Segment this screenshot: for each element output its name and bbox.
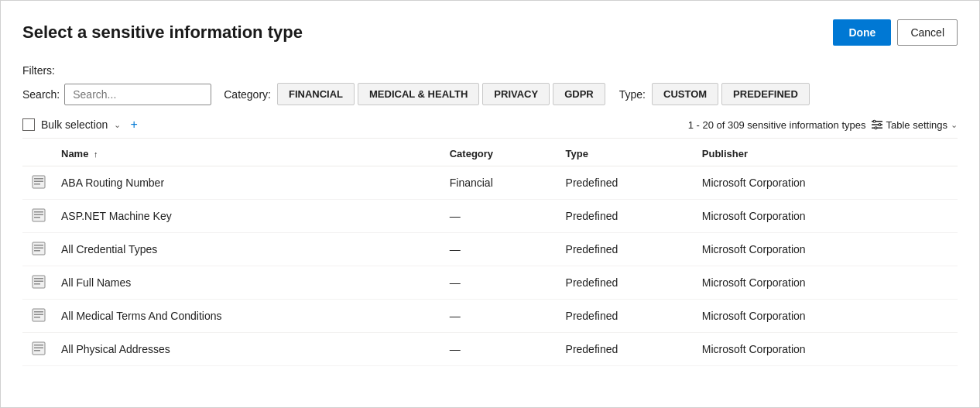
table-settings-button[interactable]: Table settings ⌄ <box>871 118 958 131</box>
type-label: Type: <box>619 88 646 101</box>
row-name: ASP.NET Machine Key <box>61 200 450 233</box>
svg-rect-27 <box>34 345 43 346</box>
table-row[interactable]: All Physical Addresses—PredefinedMicroso… <box>22 333 958 366</box>
svg-rect-17 <box>34 250 40 252</box>
svg-rect-20 <box>34 281 43 283</box>
col-publisher: Publisher <box>702 142 958 166</box>
data-table: Name ↑ Category Type Publisher ABA Routi… <box>22 142 958 366</box>
filter-privacy[interactable]: PRIVACY <box>482 83 550 105</box>
filter-gdpr[interactable]: GDPR <box>553 83 605 105</box>
toolbar-left: Bulk selection ⌄ + <box>22 118 138 132</box>
row-category: Financial <box>450 166 566 200</box>
row-publisher: Microsoft Corporation <box>702 200 958 233</box>
type-group: Type: CUSTOM PREDEFINED <box>619 83 811 105</box>
chevron-down-icon[interactable]: ⌄ <box>114 120 121 130</box>
row-icon <box>31 307 46 323</box>
row-category: — <box>450 300 566 333</box>
done-button[interactable]: Done <box>833 19 891 46</box>
table-row[interactable]: ABA Routing NumberFinancialPredefinedMic… <box>22 166 958 200</box>
svg-point-3 <box>873 120 875 122</box>
svg-rect-9 <box>34 183 40 185</box>
count-label: 1 - 20 of 309 sensitive information type… <box>688 119 866 131</box>
row-publisher: Microsoft Corporation <box>702 233 958 266</box>
filter-medical-health[interactable]: MEDICAL & HEALTH <box>358 83 479 105</box>
row-name: All Medical Terms And Conditions <box>61 300 450 333</box>
row-icon <box>31 207 46 223</box>
filter-custom[interactable]: CUSTOM <box>652 83 718 105</box>
svg-rect-7 <box>34 178 43 180</box>
svg-rect-12 <box>34 214 43 216</box>
table-header-row: Name ↑ Category Type Publisher <box>22 142 958 166</box>
search-group: Search: <box>22 84 211 105</box>
table-row[interactable]: All Full Names—PredefinedMicrosoft Corpo… <box>22 266 958 300</box>
row-checkbox-cell <box>22 300 61 333</box>
row-type: Predefined <box>566 166 702 200</box>
row-checkbox-cell <box>22 233 61 266</box>
row-name: All Physical Addresses <box>61 333 450 366</box>
add-icon[interactable]: + <box>130 118 137 132</box>
header-row: Select a sensitive information type Done… <box>22 19 958 46</box>
svg-rect-21 <box>34 283 40 285</box>
row-type: Predefined <box>566 300 702 333</box>
table-settings-icon <box>871 118 883 131</box>
svg-rect-13 <box>34 217 40 218</box>
svg-rect-25 <box>34 317 40 318</box>
row-name: All Full Names <box>61 266 450 300</box>
svg-rect-15 <box>34 245 43 246</box>
col-name[interactable]: Name ↑ <box>61 142 450 166</box>
row-checkbox-cell <box>22 266 61 300</box>
svg-rect-29 <box>34 350 40 351</box>
row-icon <box>31 341 46 356</box>
sort-asc-icon: ↑ <box>94 149 98 159</box>
row-category: — <box>450 333 566 366</box>
table-settings-chevron-icon: ⌄ <box>951 120 958 130</box>
filter-predefined[interactable]: PREDEFINED <box>721 83 810 105</box>
table-settings-label: Table settings <box>886 119 948 131</box>
filter-financial[interactable]: FINANCIAL <box>277 83 355 105</box>
row-checkbox-cell <box>22 333 61 366</box>
toolbar-row: Bulk selection ⌄ + 1 - 20 of 309 sensiti… <box>22 118 958 139</box>
page-title: Select a sensitive information type <box>22 22 303 43</box>
col-type: Type <box>566 142 702 166</box>
row-type: Predefined <box>566 233 702 266</box>
row-type: Predefined <box>566 333 702 366</box>
svg-rect-19 <box>34 278 43 279</box>
toolbar-right: 1 - 20 of 309 sensitive information type… <box>688 118 958 131</box>
filters-row: Search: Category: FINANCIAL MEDICAL & HE… <box>22 83 958 105</box>
dialog: Select a sensitive information type Done… <box>0 0 980 408</box>
row-icon <box>31 241 46 256</box>
svg-rect-16 <box>34 248 43 249</box>
table-row[interactable]: ASP.NET Machine Key—PredefinedMicrosoft … <box>22 200 958 233</box>
cancel-button[interactable]: Cancel <box>897 19 958 46</box>
row-type: Predefined <box>566 200 702 233</box>
row-publisher: Microsoft Corporation <box>702 166 958 200</box>
row-type: Predefined <box>566 266 702 300</box>
svg-point-5 <box>875 127 877 129</box>
category-group: Category: FINANCIAL MEDICAL & HEALTH PRI… <box>224 83 607 105</box>
row-name: All Credential Types <box>61 233 450 266</box>
svg-rect-8 <box>34 181 43 183</box>
row-checkbox-cell <box>22 166 61 200</box>
bulk-select-checkbox[interactable] <box>22 118 35 131</box>
row-name: ABA Routing Number <box>61 166 450 200</box>
filters-label: Filters: <box>22 64 958 77</box>
category-label: Category: <box>224 88 271 101</box>
row-category: — <box>450 200 566 233</box>
search-input[interactable] <box>64 84 211 105</box>
search-label: Search: <box>22 88 60 101</box>
header-buttons: Done Cancel <box>833 19 958 46</box>
row-category: — <box>450 266 566 300</box>
bulk-selection-label[interactable]: Bulk selection <box>41 118 108 131</box>
row-publisher: Microsoft Corporation <box>702 300 958 333</box>
row-category: — <box>450 233 566 266</box>
row-publisher: Microsoft Corporation <box>702 266 958 300</box>
svg-rect-24 <box>34 314 43 316</box>
table-row[interactable]: All Credential Types—PredefinedMicrosoft… <box>22 233 958 266</box>
row-icon <box>31 174 46 190</box>
svg-point-4 <box>879 124 881 126</box>
row-publisher: Microsoft Corporation <box>702 333 958 366</box>
row-checkbox-cell <box>22 200 61 233</box>
svg-rect-23 <box>34 311 43 313</box>
svg-rect-28 <box>34 348 43 349</box>
table-row[interactable]: All Medical Terms And Conditions—Predefi… <box>22 300 958 333</box>
